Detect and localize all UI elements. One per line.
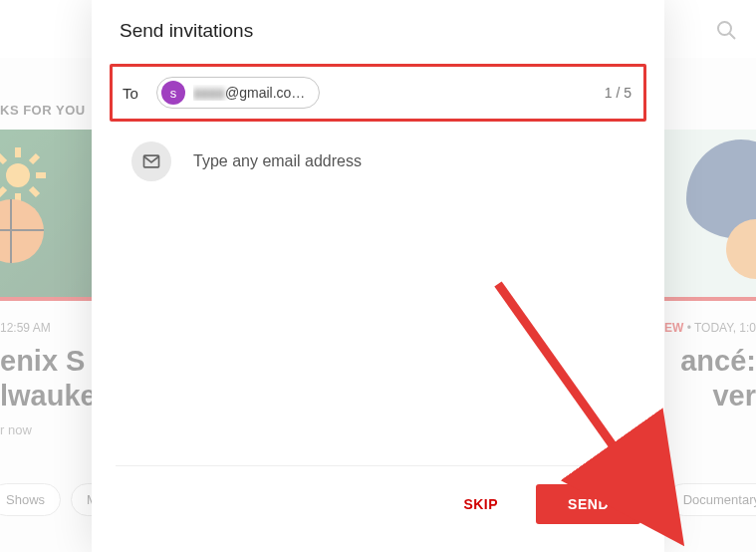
modal-title: Send invitations: [92, 0, 664, 58]
to-label: To: [123, 85, 146, 102]
email-hint-text: Type any email address: [193, 152, 362, 170]
mail-icon: [131, 141, 171, 181]
recipient-email: ▮▮▮▮@gmail.co…: [193, 85, 305, 101]
modal-button-bar: SKIP SEND: [92, 466, 664, 552]
skip-button[interactable]: SKIP: [447, 484, 514, 524]
send-invitations-modal: Send invitations To s ▮▮▮▮@gmail.co… 1 /…: [92, 0, 664, 552]
to-field-highlight: To s ▮▮▮▮@gmail.co… 1 / 5: [110, 64, 646, 122]
email-hint-row[interactable]: Type any email address: [92, 124, 664, 193]
avatar: s: [161, 81, 185, 105]
send-button[interactable]: SEND: [536, 484, 640, 524]
recipient-counter: 1 / 5: [605, 85, 631, 101]
to-field-row[interactable]: To s ▮▮▮▮@gmail.co… 1 / 5: [123, 77, 631, 109]
recipient-chip[interactable]: s ▮▮▮▮@gmail.co…: [156, 77, 320, 109]
